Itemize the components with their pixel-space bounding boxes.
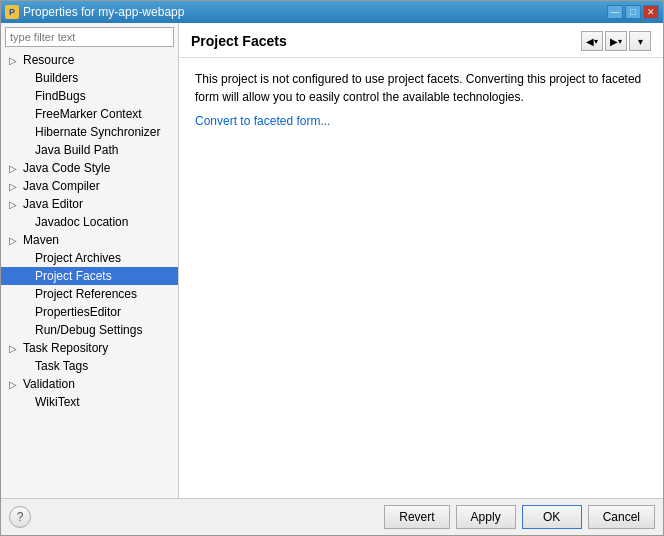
expand-icon: ▷ xyxy=(9,55,21,66)
panel-content: This project is not configured to use pr… xyxy=(179,58,663,498)
maximize-button[interactable]: □ xyxy=(625,5,641,19)
sidebar-item-label: Java Compiler xyxy=(23,179,100,193)
sidebar-item-label: Task Repository xyxy=(23,341,108,355)
expand-icon: ▷ xyxy=(9,181,21,192)
bottom-right: Revert Apply OK Cancel xyxy=(384,505,655,529)
expand-icon: ▷ xyxy=(9,199,21,210)
sidebar-item-label: Project Archives xyxy=(35,251,121,265)
main-body: ▷ Resource Builders FindBugs xyxy=(1,23,663,498)
help-button[interactable]: ? xyxy=(9,506,31,528)
convert-link[interactable]: Convert to faceted form... xyxy=(195,114,330,128)
forward-button[interactable]: ▶▾ xyxy=(605,31,627,51)
dropdown-icon: ▾ xyxy=(594,37,598,46)
title-bar-left: P Properties for my-app-webapp xyxy=(5,5,184,19)
sidebar-item-builders[interactable]: Builders xyxy=(1,69,178,87)
sidebar-item-project-archives[interactable]: Project Archives xyxy=(1,249,178,267)
close-button[interactable]: ✕ xyxy=(643,5,659,19)
sidebar-item-java-editor[interactable]: ▷ Java Editor xyxy=(1,195,178,213)
sidebar-item-label: Javadoc Location xyxy=(35,215,128,229)
window-title: Properties for my-app-webapp xyxy=(23,5,184,19)
expand-icon: ▷ xyxy=(9,343,21,354)
sidebar-item-label: Project Facets xyxy=(35,269,112,283)
sidebar-item-findbugs[interactable]: FindBugs xyxy=(1,87,178,105)
sidebar-item-label: Project References xyxy=(35,287,137,301)
back-icon: ◀ xyxy=(586,36,594,47)
properties-window: P Properties for my-app-webapp — □ ✕ ▷ R… xyxy=(0,0,664,536)
sidebar-item-label: Java Editor xyxy=(23,197,83,211)
sidebar-item-run-debug[interactable]: Run/Debug Settings xyxy=(1,321,178,339)
title-buttons: — □ ✕ xyxy=(607,5,659,19)
sidebar-item-wikitext[interactable]: WikiText xyxy=(1,393,178,411)
sidebar-item-project-references[interactable]: Project References xyxy=(1,285,178,303)
revert-button[interactable]: Revert xyxy=(384,505,449,529)
sidebar-item-label: WikiText xyxy=(35,395,80,409)
dropdown-icon: ▾ xyxy=(618,37,622,46)
sidebar-item-label: Validation xyxy=(23,377,75,391)
sidebar-item-java-build-path[interactable]: Java Build Path xyxy=(1,141,178,159)
ok-button[interactable]: OK xyxy=(522,505,582,529)
panel-title: Project Facets xyxy=(191,33,287,49)
sidebar-item-maven[interactable]: ▷ Maven xyxy=(1,231,178,249)
filter-input[interactable] xyxy=(5,27,174,47)
sidebar-item-label: Task Tags xyxy=(35,359,88,373)
sidebar-item-label: Java Build Path xyxy=(35,143,118,157)
sidebar-item-properties-editor[interactable]: PropertiesEditor xyxy=(1,303,178,321)
expand-icon: ▷ xyxy=(9,163,21,174)
window-icon: P xyxy=(5,5,19,19)
right-panel: Project Facets ◀▾ ▶▾ ▾ This p xyxy=(179,23,663,498)
menu-icon: ▾ xyxy=(638,36,643,47)
panel-toolbar: ◀▾ ▶▾ ▾ xyxy=(581,31,651,51)
back-button[interactable]: ◀▾ xyxy=(581,31,603,51)
sidebar-item-label: FindBugs xyxy=(35,89,86,103)
sidebar-item-task-repository[interactable]: ▷ Task Repository xyxy=(1,339,178,357)
tree-container: ▷ Resource Builders FindBugs xyxy=(1,51,178,498)
content-area: ▷ Resource Builders FindBugs xyxy=(1,23,663,535)
info-text: This project is not configured to use pr… xyxy=(195,70,647,106)
expand-icon: ▷ xyxy=(9,235,21,246)
minimize-button[interactable]: — xyxy=(607,5,623,19)
title-bar: P Properties for my-app-webapp — □ ✕ xyxy=(1,1,663,23)
sidebar-item-java-compiler[interactable]: ▷ Java Compiler xyxy=(1,177,178,195)
sidebar-item-hibernate[interactable]: Hibernate Synchronizer xyxy=(1,123,178,141)
bottom-bar: ? Revert Apply OK Cancel xyxy=(1,498,663,535)
sidebar-item-task-tags[interactable]: Task Tags xyxy=(1,357,178,375)
sidebar-item-javadoc[interactable]: Javadoc Location xyxy=(1,213,178,231)
forward-icon: ▶ xyxy=(610,36,618,47)
sidebar-item-label: PropertiesEditor xyxy=(35,305,121,319)
sidebar: ▷ Resource Builders FindBugs xyxy=(1,23,179,498)
sidebar-item-validation[interactable]: ▷ Validation xyxy=(1,375,178,393)
sidebar-item-label: FreeMarker Context xyxy=(35,107,142,121)
sidebar-item-project-facets[interactable]: Project Facets xyxy=(1,267,178,285)
sidebar-item-freemarker[interactable]: FreeMarker Context xyxy=(1,105,178,123)
sidebar-item-java-code-style[interactable]: ▷ Java Code Style xyxy=(1,159,178,177)
sidebar-item-label: Java Code Style xyxy=(23,161,110,175)
sidebar-item-label: Builders xyxy=(35,71,78,85)
sidebar-item-resource[interactable]: ▷ Resource xyxy=(1,51,178,69)
expand-icon: ▷ xyxy=(9,379,21,390)
cancel-button[interactable]: Cancel xyxy=(588,505,655,529)
bottom-left: ? xyxy=(9,506,31,528)
apply-button[interactable]: Apply xyxy=(456,505,516,529)
menu-button[interactable]: ▾ xyxy=(629,31,651,51)
sidebar-item-label: Maven xyxy=(23,233,59,247)
sidebar-item-label: Run/Debug Settings xyxy=(35,323,142,337)
panel-header: Project Facets ◀▾ ▶▾ ▾ xyxy=(179,23,663,58)
sidebar-item-label: Hibernate Synchronizer xyxy=(35,125,160,139)
sidebar-item-label: Resource xyxy=(23,53,74,67)
